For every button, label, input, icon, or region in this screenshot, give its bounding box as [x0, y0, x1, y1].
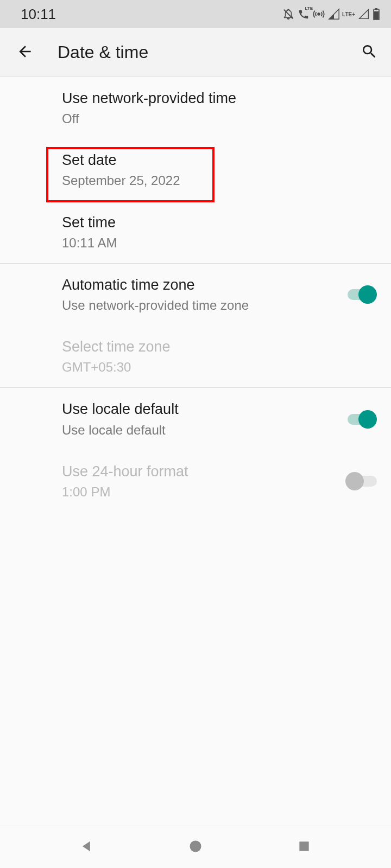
- setting-subtitle: Use locale default: [62, 422, 345, 438]
- signal-lte-label: LTE+: [342, 11, 355, 17]
- square-recent-icon: [297, 839, 311, 855]
- back-button[interactable]: [12, 40, 38, 66]
- navigation-bar: [0, 826, 391, 868]
- search-icon: [361, 43, 378, 62]
- setting-subtitle: GMT+05:30: [62, 359, 377, 375]
- volte-call-icon: LTE: [298, 8, 310, 20]
- battery-icon: [373, 8, 380, 20]
- signal-2-icon: [358, 9, 369, 20]
- svg-point-5: [190, 841, 201, 852]
- setting-locale-default[interactable]: Use locale default Use locale default: [0, 388, 391, 450]
- setting-select-timezone: Select time zone GMT+05:30: [0, 326, 391, 387]
- setting-subtitle: Off: [62, 110, 377, 127]
- 24-hour-switch: [345, 472, 377, 490]
- setting-24-hour: Use 24-hour format 1:00 PM: [0, 450, 391, 512]
- svg-rect-3: [375, 8, 377, 10]
- status-bar: 10:11 LTE LTE+: [0, 0, 391, 28]
- setting-subtitle: September 25, 2022: [62, 172, 377, 189]
- setting-title: Use locale default: [62, 400, 345, 419]
- setting-title: Use network-provided time: [62, 89, 377, 108]
- triangle-back-icon: [79, 839, 94, 856]
- setting-set-date[interactable]: Set date September 25, 2022: [0, 139, 391, 201]
- page-title: Date & time: [58, 42, 356, 62]
- search-button[interactable]: [356, 40, 382, 66]
- nav-home-button[interactable]: [174, 834, 217, 860]
- arrow-back-icon: [16, 43, 34, 62]
- status-icons: LTE LTE+: [282, 8, 380, 20]
- setting-title: Set time: [62, 213, 377, 232]
- circle-home-icon: [188, 839, 203, 856]
- dnd-off-icon: [282, 8, 294, 20]
- svg-rect-4: [374, 11, 379, 20]
- setting-set-time[interactable]: Set time 10:11 AM: [0, 201, 391, 263]
- nav-back-button[interactable]: [65, 834, 109, 860]
- svg-point-1: [318, 13, 320, 15]
- setting-auto-timezone[interactable]: Automatic time zone Use network-provided…: [0, 264, 391, 326]
- setting-title: Use 24-hour format: [62, 462, 345, 481]
- signal-1-icon: [328, 8, 340, 20]
- setting-network-time[interactable]: Use network-provided time Off: [0, 77, 391, 139]
- setting-title: Automatic time zone: [62, 276, 345, 295]
- svg-rect-6: [299, 841, 308, 851]
- app-bar: Date & time: [0, 28, 391, 77]
- hotspot-icon: [313, 8, 325, 20]
- setting-subtitle: Use network-provided time zone: [62, 297, 345, 314]
- setting-title: Set date: [62, 151, 377, 170]
- status-time: 10:11: [21, 6, 56, 23]
- setting-subtitle: 10:11 AM: [62, 234, 377, 251]
- auto-timezone-switch[interactable]: [345, 285, 377, 304]
- setting-subtitle: 1:00 PM: [62, 483, 345, 500]
- setting-title: Select time zone: [62, 337, 377, 356]
- locale-default-switch[interactable]: [345, 410, 377, 429]
- nav-recent-button[interactable]: [282, 834, 326, 860]
- settings-list: Use network-provided time Off Set date S…: [0, 77, 391, 512]
